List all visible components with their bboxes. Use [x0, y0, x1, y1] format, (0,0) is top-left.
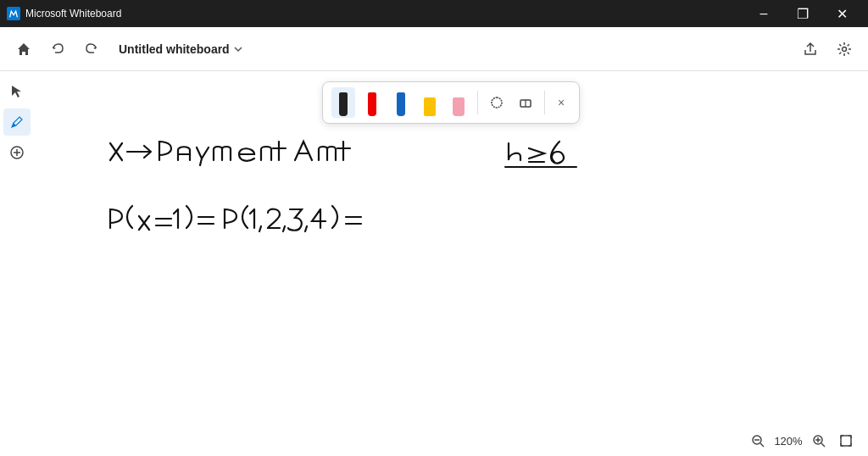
app-icon: [7, 7, 20, 20]
restore-button[interactable]: ❐: [783, 0, 822, 27]
redo-button[interactable]: [78, 36, 105, 63]
home-button[interactable]: [10, 36, 37, 63]
minimize-button[interactable]: –: [744, 0, 783, 27]
bottom-bar: 120%: [736, 425, 868, 456]
black-pen-item[interactable]: [331, 87, 355, 118]
whiteboard-title[interactable]: Untitled whiteboard: [112, 39, 250, 59]
zoom-out-button[interactable]: [746, 429, 770, 453]
pen-toolbar: ×: [322, 81, 580, 124]
close-toolbar-button[interactable]: ×: [552, 93, 570, 112]
redo-icon: [84, 42, 99, 57]
app-bar: Untitled whiteboard: [0, 27, 868, 71]
settings-icon: [837, 42, 852, 57]
undo-button[interactable]: [44, 36, 71, 63]
black-pen-shape: [339, 92, 348, 116]
zoom-level-label: 120%: [773, 435, 804, 448]
toolbar-separator-2: [544, 91, 545, 114]
pink-highlighter-item[interactable]: [447, 87, 470, 118]
share-button[interactable]: [797, 36, 824, 63]
title-bar: Microsoft Whiteboard – ❐ ✕: [0, 0, 868, 27]
eraser-button[interactable]: [514, 91, 537, 114]
zoom-in-icon: [812, 434, 826, 448]
svg-marker-2: [12, 86, 21, 97]
undo-icon: [50, 42, 65, 57]
svg-rect-0: [7, 7, 20, 20]
title-dropdown-icon: [233, 44, 243, 54]
whiteboard-title-label: Untitled whiteboard: [119, 42, 230, 56]
close-toolbar-icon: ×: [558, 96, 565, 109]
app-title: Microsoft Whiteboard: [7, 7, 121, 20]
left-sidebar: [0, 71, 34, 173]
settings-button[interactable]: [831, 36, 858, 63]
add-icon: [9, 145, 25, 160]
lasso-button[interactable]: [485, 91, 509, 114]
add-button[interactable]: [3, 139, 31, 166]
blue-pen-shape: [397, 92, 405, 116]
pen-tool-button[interactable]: [3, 108, 31, 136]
pink-pen-shape: [453, 97, 465, 116]
fit-to-screen-button[interactable]: [834, 429, 858, 453]
zoom-out-icon: [751, 434, 765, 448]
lasso-icon: [489, 95, 504, 110]
yellow-pen-shape: [424, 97, 436, 116]
zoom-in-button[interactable]: [807, 429, 831, 453]
close-button[interactable]: ✕: [822, 0, 861, 27]
app-bar-right: [797, 36, 858, 63]
svg-line-8: [760, 443, 764, 447]
pen-icon: [9, 114, 25, 130]
share-icon: [803, 42, 818, 57]
canvas-area[interactable]: ×: [34, 71, 868, 456]
yellow-highlighter-item[interactable]: [418, 87, 442, 118]
svg-line-11: [821, 443, 825, 447]
app-name-label: Microsoft Whiteboard: [25, 8, 121, 19]
blue-pen-item[interactable]: [389, 87, 413, 118]
toolbar-separator: [477, 91, 478, 114]
eraser-icon: [518, 95, 533, 110]
whiteboard-drawing: [102, 118, 737, 304]
red-pen-shape: [368, 92, 376, 116]
window-controls: – ❐ ✕: [744, 0, 861, 27]
home-icon: [16, 42, 31, 57]
red-pen-item[interactable]: [360, 87, 384, 118]
select-icon: [9, 84, 25, 99]
select-tool-button[interactable]: [3, 78, 31, 105]
fit-screen-icon: [839, 434, 853, 448]
svg-rect-14: [841, 436, 851, 446]
svg-point-1: [843, 47, 847, 51]
